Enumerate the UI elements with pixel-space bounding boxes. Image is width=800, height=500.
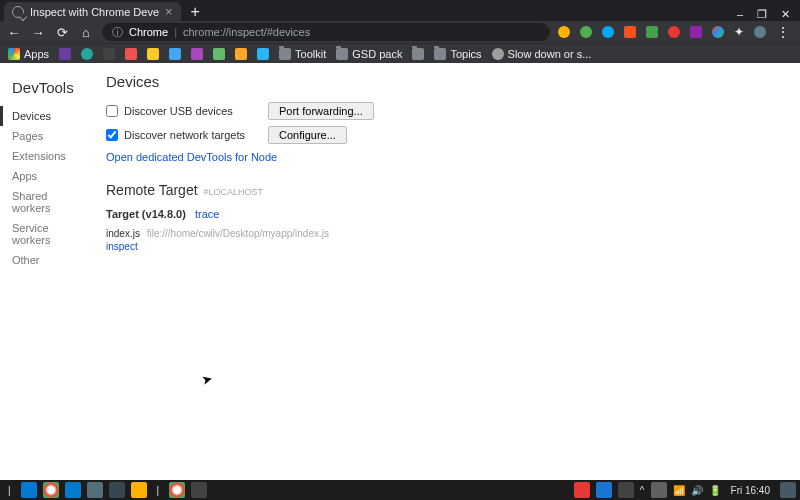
discover-usb-checkbox[interactable]: Discover USB devices [106, 105, 254, 117]
tab-favicon [12, 6, 24, 18]
taskbar-app-icon[interactable] [109, 482, 125, 498]
sidebar-item-other[interactable]: Other [0, 250, 94, 270]
bookmark-icon[interactable] [103, 48, 115, 60]
taskbar-show-desktop[interactable] [780, 482, 796, 498]
bookmark-folder[interactable]: GSD pack [336, 48, 402, 60]
tray-icon[interactable] [618, 482, 634, 498]
configure-button[interactable]: Configure... [268, 126, 347, 144]
extension-icon[interactable] [690, 26, 702, 38]
bookmark-icon[interactable] [235, 48, 247, 60]
extension-icon[interactable] [624, 26, 636, 38]
taskbar-clock[interactable]: Fri 16:40 [727, 485, 774, 496]
sidebar-item-devices[interactable]: Devices [0, 106, 94, 126]
bookmark-icon[interactable] [125, 48, 137, 60]
taskbar-chrome-icon[interactable] [43, 482, 59, 498]
tab-close-icon[interactable]: × [165, 4, 173, 19]
remote-host-tag: #LOCALHOST [204, 187, 264, 197]
tray-caret-icon[interactable]: ^ [640, 485, 645, 496]
bookmark-folder[interactable] [412, 48, 424, 60]
tray-clipboard-icon[interactable] [651, 482, 667, 498]
address-bar: ← → ⟳ ⌂ ⓘ Chrome | chrome://inspect/#dev… [0, 21, 800, 43]
bookmark-icon[interactable] [59, 48, 71, 60]
file-path: file:///home/cwilv/Desktop/myapp/index.j… [147, 228, 329, 239]
tray-volume-icon[interactable]: 🔊 [691, 485, 703, 496]
folder-icon [412, 48, 424, 60]
apps-shortcut[interactable]: Apps [8, 48, 49, 60]
taskbar-files-icon[interactable] [87, 482, 103, 498]
extension-icon[interactable] [580, 26, 592, 38]
port-forwarding-button[interactable]: Port forwarding... [268, 102, 374, 120]
extensions-menu-icon[interactable]: ✦ [734, 25, 744, 39]
extension-icon[interactable] [668, 26, 680, 38]
target-label: Target (v14.8.0) trace [106, 208, 788, 220]
tray-battery-icon[interactable]: 🔋 [709, 485, 721, 496]
page-content: DevTools Devices Pages Extensions Apps S… [0, 63, 800, 480]
bookmark-link[interactable]: Slow down or s... [492, 48, 592, 60]
devtools-sidebar: DevTools Devices Pages Extensions Apps S… [0, 63, 94, 480]
bookmarks-bar: Apps Toolkit GSD pack Topics Slow down o… [0, 43, 800, 63]
folder-icon [336, 48, 348, 60]
extensions-area: ✦ ⋮ [558, 24, 794, 40]
taskbar-app-icon[interactable] [131, 482, 147, 498]
omnibox[interactable]: ⓘ Chrome | chrome://inspect/#devices [102, 23, 550, 41]
taskbar-divider: | [4, 485, 15, 496]
network-checkbox-input[interactable] [106, 129, 118, 141]
os-taskbar: | | ^ 📶 🔊 🔋 Fri 16:40 [0, 480, 800, 500]
extension-icon[interactable] [712, 26, 724, 38]
taskbar-running-chrome-icon[interactable] [169, 482, 185, 498]
sidebar-title: DevTools [0, 73, 94, 106]
extension-icon[interactable] [646, 26, 658, 38]
nav-home-icon[interactable]: ⌂ [78, 25, 94, 40]
bookmark-folder[interactable]: Toolkit [279, 48, 326, 60]
bookmark-folder[interactable]: Topics [434, 48, 481, 60]
extension-icon[interactable] [602, 26, 614, 38]
profile-avatar[interactable] [754, 26, 766, 38]
tray-network-icon[interactable]: 📶 [673, 485, 685, 496]
bookmark-icon[interactable] [213, 48, 225, 60]
trace-link[interactable]: trace [195, 208, 219, 220]
taskbar-terminal-icon[interactable] [191, 482, 207, 498]
remote-target-heading: Remote Target #LOCALHOST [106, 182, 788, 198]
bookmark-icon[interactable] [169, 48, 181, 60]
sidebar-item-extensions[interactable]: Extensions [0, 146, 94, 166]
nav-back-icon[interactable]: ← [6, 25, 22, 40]
nav-forward-icon[interactable]: → [30, 25, 46, 40]
apps-icon [8, 48, 20, 60]
usb-checkbox-input[interactable] [106, 105, 118, 117]
file-name: index.js [106, 228, 140, 239]
sidebar-item-service-workers[interactable]: Service workers [0, 218, 94, 250]
sidebar-item-apps[interactable]: Apps [0, 166, 94, 186]
target-file: index.js file:///home/cwilv/Desktop/myap… [106, 228, 788, 239]
browser-tab-bar: Inspect with Chrome Deve × + – ❐ ✕ [0, 0, 800, 21]
site-info-icon[interactable]: ⓘ [112, 25, 123, 40]
window-maximize-icon[interactable]: ❐ [757, 8, 767, 21]
url-path: chrome://inspect/#devices [183, 26, 310, 38]
discover-network-checkbox[interactable]: Discover network targets [106, 129, 254, 141]
tray-icon[interactable] [596, 482, 612, 498]
page-icon [492, 48, 504, 60]
bookmark-icon[interactable] [81, 48, 93, 60]
nav-reload-icon[interactable]: ⟳ [54, 25, 70, 40]
folder-icon [434, 48, 446, 60]
window-controls: – ❐ ✕ [737, 8, 800, 21]
bookmark-icon[interactable] [147, 48, 159, 60]
sidebar-item-pages[interactable]: Pages [0, 126, 94, 146]
extension-icon[interactable] [558, 26, 570, 38]
bookmark-icon[interactable] [257, 48, 269, 60]
folder-icon [279, 48, 291, 60]
sidebar-item-shared-workers[interactable]: Shared workers [0, 186, 94, 218]
taskbar-app-icon[interactable] [21, 482, 37, 498]
bookmark-icon[interactable] [191, 48, 203, 60]
taskbar-divider: | [153, 485, 164, 496]
new-tab-button[interactable]: + [181, 3, 210, 21]
tab-title: Inspect with Chrome Deve [30, 6, 159, 18]
window-minimize-icon[interactable]: – [737, 8, 743, 21]
node-devtools-link[interactable]: Open dedicated DevTools for Node [106, 151, 277, 163]
taskbar-vscode-icon[interactable] [65, 482, 81, 498]
inspect-link[interactable]: inspect [106, 241, 138, 252]
browser-menu-icon[interactable]: ⋮ [776, 24, 790, 40]
main-panel: Devices Discover USB devices Port forwar… [94, 63, 800, 480]
tray-icon[interactable] [574, 482, 590, 498]
browser-tab[interactable]: Inspect with Chrome Deve × [4, 2, 181, 21]
window-close-icon[interactable]: ✕ [781, 8, 790, 21]
